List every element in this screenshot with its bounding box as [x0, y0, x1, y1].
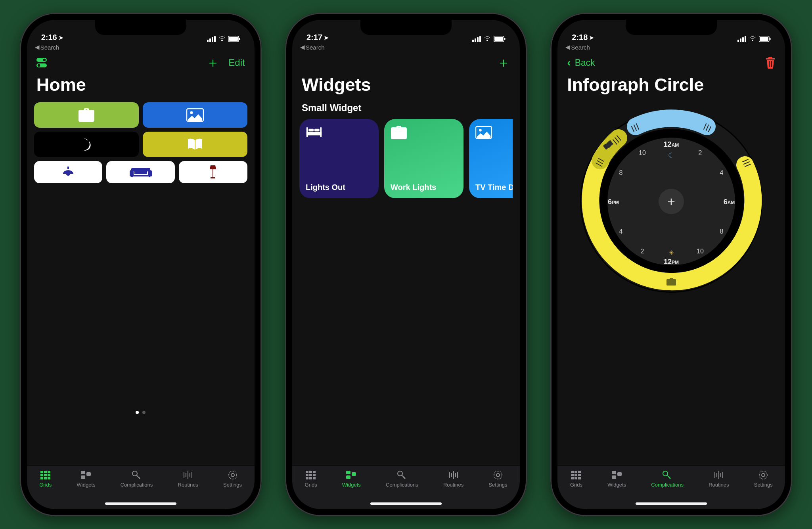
tab-label: Settings	[223, 482, 242, 488]
complications-icon	[131, 470, 143, 480]
svg-rect-83	[571, 471, 574, 473]
dial-tick-10pm: 10	[639, 150, 646, 156]
tab-label: Widgets	[607, 482, 626, 488]
tab-label: Grids	[39, 482, 52, 488]
svg-point-6	[37, 64, 40, 67]
sun-icon: ☀	[668, 249, 674, 256]
home-indicator[interactable]	[636, 502, 707, 505]
breadcrumb-back-search[interactable]: ◀ Search	[300, 44, 325, 51]
location-icon: ➤	[589, 34, 594, 41]
tab-complications[interactable]: Complications	[651, 470, 684, 488]
couch-icon	[129, 166, 153, 178]
tab-settings[interactable]: Settings	[488, 470, 507, 488]
cellular-icon	[472, 36, 481, 42]
page-title: Home	[27, 72, 255, 102]
routines-icon	[182, 470, 194, 480]
tab-grids[interactable]: Grids	[39, 470, 52, 488]
add-button[interactable]: ＋	[206, 54, 220, 72]
bed-icon	[306, 125, 322, 140]
tab-grids[interactable]: Grids	[305, 470, 317, 488]
tab-settings[interactable]: Settings	[754, 470, 773, 488]
svg-point-30	[231, 473, 234, 477]
back-button[interactable]: ‹ Back	[567, 56, 595, 69]
svg-point-59	[494, 471, 502, 479]
phone-mockup-2: 2:17 ➤ ◀ Search ＋ Widgets Small Widget	[285, 13, 527, 516]
tab-routines[interactable]: Routines	[178, 470, 198, 488]
edit-button[interactable]: Edit	[228, 57, 245, 68]
moon-icon: ☾	[668, 151, 674, 159]
tab-grids[interactable]: Grids	[570, 470, 582, 488]
widget-label: Work Lights	[391, 183, 457, 192]
tab-widgets[interactable]: Widgets	[77, 470, 96, 488]
svg-rect-85	[578, 471, 581, 473]
tab-widgets[interactable]: Widgets	[342, 470, 361, 488]
tab-complications[interactable]: Complications	[386, 470, 418, 488]
tab-label: Routines	[709, 482, 729, 488]
dial-tick-4: 4	[720, 169, 724, 176]
svg-rect-20	[81, 471, 85, 474]
tile-picture[interactable]	[143, 102, 247, 128]
breadcrumb-back-search[interactable]: ◀ Search	[565, 44, 590, 51]
svg-rect-89	[571, 477, 574, 479]
phone-mockup-1: 2:16 ➤ ◀ Search ＋ Edit	[20, 13, 262, 516]
tab-label: Settings	[754, 482, 773, 488]
widgets-icon	[80, 470, 92, 480]
picture-icon	[186, 108, 204, 122]
plus-icon: +	[667, 194, 675, 209]
svg-rect-42	[309, 471, 312, 473]
page-dot	[142, 411, 146, 414]
location-icon: ➤	[59, 34, 63, 41]
dial-tick-10: 10	[697, 248, 704, 255]
svg-point-40	[479, 129, 482, 132]
tab-settings[interactable]: Settings	[223, 470, 242, 488]
widget-tv-time[interactable]: TV Time D	[469, 119, 513, 198]
svg-point-8	[190, 111, 193, 114]
tab-label: Settings	[488, 482, 507, 488]
breadcrumb-back-search[interactable]: ◀ Search	[35, 44, 59, 51]
toggles-icon[interactable]	[36, 57, 50, 68]
widget-lights-out[interactable]: Lights Out	[299, 119, 379, 198]
back-label: Back	[575, 58, 595, 68]
tile-night[interactable]	[34, 132, 139, 157]
tile-floor-lamp[interactable]	[179, 161, 247, 183]
svg-point-102	[762, 473, 765, 477]
battery-icon	[759, 36, 771, 42]
routines-icon	[448, 470, 460, 480]
infograph-dial[interactable]: + 12AM 12PM 6PM 6AM 2 4 8 10 2 4 8 10	[576, 106, 766, 297]
settings-icon	[227, 470, 239, 480]
svg-rect-43	[313, 471, 316, 473]
svg-rect-16	[48, 474, 50, 476]
arc-sleep[interactable]	[636, 118, 707, 126]
widget-work-lights[interactable]: Work Lights	[384, 119, 463, 198]
tile-work[interactable]	[34, 102, 139, 128]
home-indicator[interactable]	[370, 502, 442, 505]
tile-couch[interactable]	[106, 161, 175, 183]
tab-routines[interactable]: Routines	[443, 470, 463, 488]
svg-rect-91	[578, 477, 581, 479]
svg-point-29	[229, 471, 237, 479]
section-heading: Small Widget	[299, 102, 513, 119]
tile-ceiling-lamp[interactable]	[34, 161, 103, 183]
phone-mockup-3: 2:18 ➤ ◀ Search ‹ Back Infograph Circle	[550, 13, 792, 516]
tab-widgets[interactable]: Widgets	[607, 470, 626, 488]
lamp-ceiling-icon	[62, 167, 74, 178]
tab-label: Grids	[305, 482, 317, 488]
svg-point-60	[496, 473, 500, 477]
svg-rect-93	[617, 472, 622, 476]
trash-icon[interactable]	[765, 57, 776, 69]
svg-rect-51	[352, 472, 356, 476]
svg-rect-90	[575, 477, 577, 479]
svg-rect-37	[308, 129, 314, 131]
page-indicator	[27, 411, 255, 414]
svg-rect-63	[770, 38, 771, 40]
status-time: 2:18	[572, 33, 588, 42]
home-indicator[interactable]	[105, 502, 176, 505]
tile-reading[interactable]	[143, 132, 247, 157]
wifi-icon	[218, 36, 226, 42]
battery-icon	[228, 36, 240, 42]
tab-complications[interactable]: Complications	[121, 470, 153, 488]
add-button[interactable]: ＋	[497, 54, 510, 72]
svg-rect-86	[571, 474, 574, 476]
tab-routines[interactable]: Routines	[709, 470, 729, 488]
svg-rect-50	[346, 471, 350, 474]
